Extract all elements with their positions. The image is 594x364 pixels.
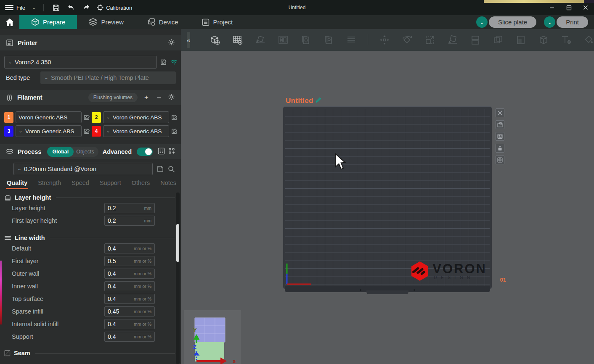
tab-preview[interactable]: Preview [77, 15, 135, 29]
filament-slot-4: 4 ⌄Voron Generic ABS [92, 125, 178, 137]
save-button[interactable] [51, 3, 61, 12]
tab-prepare-label: Prepare [43, 18, 65, 26]
filament-settings-button[interactable] [168, 93, 175, 102]
first-layer-height-input[interactable]: 0.2mm [104, 216, 155, 226]
print-dropdown[interactable]: ⌄ [544, 16, 555, 28]
outer-wall-line-width-input[interactable]: 0.4mm or % [104, 269, 155, 279]
undo-icon [67, 4, 75, 11]
home-button[interactable] [0, 15, 19, 29]
flushing-volumes-button[interactable]: Flushing volumes [88, 93, 138, 102]
add-plate-button[interactable] [231, 34, 244, 46]
first-layer-line-width-input[interactable]: 0.5mm or % [104, 256, 155, 266]
place-on-face-button[interactable] [446, 34, 459, 46]
scope-objects-button[interactable]: Objects [74, 149, 98, 155]
split-to-objects-button[interactable] [469, 34, 482, 46]
tab-project[interactable]: Project [190, 15, 245, 29]
build-plate[interactable]: Untitled [283, 106, 492, 289]
slice-plate-dropdown[interactable]: ⌄ [476, 16, 488, 28]
variable-layer-height-button[interactable] [514, 34, 527, 46]
remove-filament-button[interactable]: – [155, 93, 163, 102]
text-tool-button[interactable] [560, 34, 573, 46]
filament-3-select[interactable]: ⌄Voron Generic ABS [16, 125, 82, 137]
lock-plate-button[interactable] [496, 144, 504, 153]
tab-prepare[interactable]: Prepare [19, 15, 77, 29]
compare-preset-button[interactable] [158, 148, 165, 156]
save-preset-button[interactable] [157, 166, 164, 172]
filament-2-select[interactable]: ⌄Voron Generic ABS [103, 111, 169, 123]
sidebar-scrollbar[interactable] [176, 193, 180, 364]
printer-select[interactable]: ⌄ Voron2.4 350 [4, 56, 157, 69]
process-profile-select[interactable]: ⌄ 0.20mm Standard @Voron [13, 163, 153, 175]
copy-button[interactable] [300, 34, 312, 46]
tab-device[interactable]: Device [135, 15, 190, 29]
print-button[interactable]: Print [557, 16, 588, 28]
top-surface-line-width-input[interactable]: 0.4mm or % [104, 294, 155, 304]
printer-icon [6, 39, 13, 47]
process-options-button[interactable] [168, 148, 175, 156]
plate-settings-button[interactable] [496, 132, 504, 141]
add-filament-button[interactable]: + [143, 93, 150, 102]
advanced-toggle[interactable] [137, 148, 153, 156]
filament-2-color-chip[interactable]: 2 [92, 112, 101, 123]
filament-4-edit-button[interactable] [171, 128, 178, 135]
filament-4-color-chip[interactable]: 4 [92, 126, 101, 137]
tab-quality[interactable]: Quality [7, 179, 27, 189]
layers-stack-button[interactable] [345, 34, 358, 46]
layer-height-input[interactable]: 0.2mm [104, 203, 155, 213]
paste-button[interactable] [322, 34, 335, 46]
printer-connection-button[interactable] [170, 59, 178, 65]
calibration-button[interactable]: Calibration [97, 4, 132, 11]
tab-notes[interactable]: Notes [160, 179, 176, 189]
tab-support[interactable]: Support [100, 179, 121, 189]
scope-global-button[interactable]: Global [47, 147, 74, 157]
filament-1-edit-button[interactable] [84, 114, 90, 121]
auto-arrange-plate-button[interactable] [496, 120, 504, 129]
scrollbar-thumb[interactable] [176, 224, 179, 262]
plate-title-text: Untitled [286, 97, 313, 105]
printer-section-title: Printer [18, 40, 37, 46]
inner-wall-line-width-input[interactable]: 0.4mm or % [104, 281, 155, 291]
preset-list-icon [158, 148, 165, 155]
search-preset-button[interactable] [168, 166, 175, 173]
filament-1-color-chip[interactable]: 1 [4, 112, 13, 123]
scale-button[interactable] [424, 34, 436, 46]
auto-orient-button[interactable] [254, 34, 267, 46]
filament-1-select[interactable]: Voron Generic ABS [16, 111, 82, 123]
edit-icon [84, 114, 90, 121]
tab-others[interactable]: Others [132, 179, 150, 189]
collapse-sidebar-button[interactable]: « [187, 32, 190, 48]
device-icon [147, 18, 155, 26]
slice-plate-button[interactable]: Slice plate [489, 16, 536, 28]
rename-plate-button[interactable] [316, 97, 321, 105]
viewport-3d[interactable]: « [181, 29, 594, 364]
file-menu[interactable]: File [5, 5, 25, 11]
filament-2-edit-button[interactable] [171, 114, 178, 121]
tab-strength[interactable]: Strength [38, 179, 61, 189]
move-button[interactable] [378, 34, 391, 46]
delete-plate-button[interactable] [496, 108, 504, 117]
orientation-thumbnail[interactable]: Y Z x [184, 310, 241, 364]
paint-button[interactable] [583, 34, 594, 46]
rotate-button[interactable] [401, 34, 414, 46]
file-menu-chevron[interactable]: ⌄ [32, 5, 36, 11]
support-line-width-input[interactable]: 0.4mm or % [104, 332, 155, 342]
filament-4-select[interactable]: ⌄Voron Generic ABS [103, 125, 169, 137]
undo-button[interactable] [66, 3, 76, 12]
internal-solid-infill-line-width-input[interactable]: 0.4mm or % [104, 319, 155, 329]
plate-title[interactable]: Untitled [286, 97, 321, 105]
filament-3-color-chip[interactable]: 3 [4, 126, 13, 137]
default-line-width-input[interactable]: 0.4mm or % [104, 243, 155, 253]
filament-3-edit-button[interactable] [84, 128, 90, 135]
printer-edit-button[interactable] [160, 59, 167, 66]
add-object-button[interactable] [209, 34, 221, 46]
mesh-boolean-button[interactable] [537, 34, 550, 46]
tab-speed[interactable]: Speed [72, 179, 89, 189]
arrange-button[interactable] [277, 34, 289, 46]
plate-label-button[interactable] [496, 156, 504, 164]
edit-icon [160, 59, 167, 66]
sparse-infill-line-width-input[interactable]: 0.45mm or % [104, 306, 155, 317]
redo-button[interactable] [82, 3, 91, 12]
bed-type-select[interactable]: ⌄ Smooth PEI Plate / High Temp Plate [40, 71, 176, 84]
printer-settings-button[interactable] [168, 39, 175, 47]
split-to-parts-button[interactable] [492, 34, 504, 46]
